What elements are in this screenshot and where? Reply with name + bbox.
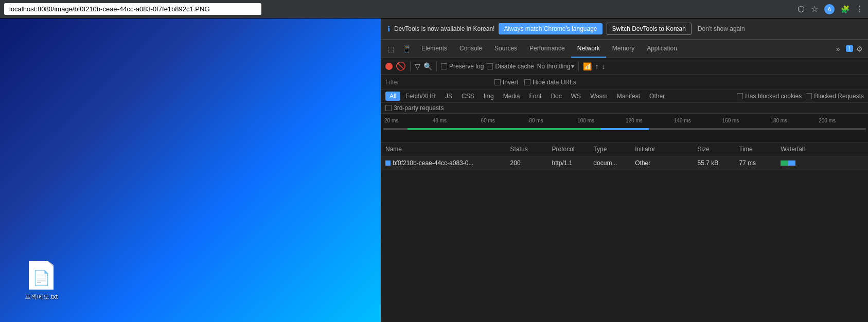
type-img[interactable]: Img [480, 92, 498, 101]
waterfall-blue-bar [788, 160, 795, 166]
timeline-ruler: 20 ms 40 ms 60 ms 80 ms 100 ms 120 ms 14… [383, 114, 866, 125]
blocked-requests-checkbox[interactable]: Blocked Requests [806, 93, 864, 100]
separator3 [578, 61, 579, 71]
more-icon[interactable]: ⋮ [856, 4, 864, 14]
type-js[interactable]: JS [441, 92, 456, 101]
td-protocol: http/1.1 [552, 159, 593, 167]
hide-data-urls-checkbox[interactable]: Hide data URLs [524, 79, 576, 86]
tab-performance[interactable]: Performance [523, 40, 571, 58]
tl-80ms: 80 ms [528, 118, 576, 123]
filter-bar: Invert Hide data URLs [381, 75, 868, 90]
share-icon[interactable]: ⬡ [798, 4, 805, 14]
waterfall-green-bar [781, 160, 788, 166]
address-bar[interactable]: localhost:8080/image/bf0f210b-ceae-44cc-… [4, 3, 261, 15]
upload-icon[interactable]: ↑ [595, 62, 598, 70]
settings-icon[interactable]: ⚙ [853, 45, 866, 53]
tl-100ms: 100 ms [576, 118, 625, 123]
switch-devtools-button[interactable]: Switch DevTools to Korean [607, 23, 692, 35]
extensions-icon[interactable]: 🧩 [841, 5, 849, 13]
separator2 [436, 61, 437, 71]
th-waterfall: Waterfall [781, 146, 864, 153]
timeline-green-bar [408, 128, 600, 130]
td-size: 55.7 kB [698, 159, 739, 167]
type-other[interactable]: Other [645, 92, 669, 101]
type-media[interactable]: Media [499, 92, 524, 101]
preserve-log-checkbox[interactable]: Preserve log [441, 63, 484, 70]
th-initiator: Initiator [635, 146, 697, 153]
timeline-bar-area [383, 127, 866, 131]
th-status: Status [510, 146, 552, 153]
td-time: 77 ms [739, 159, 781, 167]
type-font[interactable]: Font [525, 92, 545, 101]
devtools-panel: ℹ DevTools is now available in Korean! A… [381, 19, 868, 322]
type-filters: All Fetch/XHR JS CSS Img Media Font Doc … [381, 90, 868, 103]
timeline: 20 ms 40 ms 60 ms 80 ms 100 ms 120 ms 14… [381, 114, 868, 142]
browser-icons: ⬡ ☆ A 🧩 ⋮ [798, 4, 864, 14]
filter-input[interactable] [385, 79, 488, 86]
type-css[interactable]: CSS [457, 92, 479, 101]
desktop-icon[interactable]: 📄 프젝메모.txt [21, 261, 62, 301]
browser-chrome: localhost:8080/image/bf0f210b-ceae-44cc-… [0, 0, 868, 19]
main-area: 📄 프젝메모.txt ℹ DevTools is now available i… [0, 19, 868, 322]
tab-memory[interactable]: Memory [606, 40, 641, 58]
disable-cache-checkbox[interactable]: Disable cache [487, 63, 534, 70]
profile-icon[interactable]: A [824, 4, 835, 14]
badge-count: 1 [846, 45, 853, 52]
th-type: Type [593, 146, 635, 153]
match-language-button[interactable]: Always match Chrome's language [499, 23, 602, 34]
timeline-blue-bar [600, 128, 649, 130]
inspect-icon[interactable]: ⬚ [383, 45, 398, 53]
preserve-log-check[interactable] [441, 63, 447, 69]
more-tabs-icon[interactable]: » [832, 45, 844, 53]
devtools-tabs: ⬚ 📱 Elements Console Sources Performance… [381, 40, 868, 58]
tab-sources[interactable]: Sources [488, 40, 523, 58]
clear-button[interactable]: 🚫 [396, 61, 406, 71]
icon-label: 프젝메모.txt [25, 293, 58, 301]
filter-icon[interactable]: ▽ [415, 62, 420, 70]
tab-network[interactable]: Network [571, 40, 606, 58]
third-party-checkbox[interactable] [385, 105, 392, 111]
th-name: Name [385, 146, 510, 153]
third-party-row: 3rd-party requests [381, 103, 868, 114]
desktop-area: 📄 프젝메모.txt [0, 19, 381, 322]
bookmark-icon[interactable]: ☆ [811, 4, 818, 14]
type-wasm[interactable]: Wasm [586, 92, 612, 101]
device-icon[interactable]: 📱 [398, 45, 415, 53]
dismiss-notification[interactable]: Don't show again [698, 25, 745, 32]
type-filter-right: Has blocked cookies Blocked Requests [737, 93, 864, 100]
type-ws[interactable]: WS [567, 92, 585, 101]
table-header: Name Status Protocol Type Initiator Size… [381, 142, 868, 156]
has-blocked-cookies-checkbox[interactable]: Has blocked cookies [737, 93, 802, 100]
type-doc[interactable]: Doc [546, 92, 565, 101]
type-fetch-xhr[interactable]: Fetch/XHR [401, 92, 440, 101]
th-protocol: Protocol [552, 146, 593, 153]
wifi-icon[interactable]: 📶 [583, 62, 592, 70]
info-icon: ℹ [387, 25, 390, 33]
type-all[interactable]: All [385, 92, 400, 101]
empty-rows [381, 170, 868, 322]
throttle-select[interactable]: No throttling ▾ [537, 63, 575, 70]
separator [410, 61, 411, 71]
tab-elements[interactable]: Elements [415, 40, 453, 58]
download-icon[interactable]: ↓ [601, 62, 605, 70]
waterfall-bars [781, 160, 795, 166]
th-size: Size [698, 146, 739, 153]
tab-application[interactable]: Application [641, 40, 683, 58]
timeline-labels: 20 ms 40 ms 60 ms 80 ms 100 ms 120 ms 14… [383, 118, 866, 123]
td-status: 200 [510, 159, 552, 167]
td-name-text: bf0f210b-ceae-44cc-a083-0... [393, 159, 473, 167]
network-toolbar: 🚫 ▽ 🔍 Preserve log Disable cache No thro… [381, 58, 868, 75]
tl-120ms: 120 ms [625, 118, 673, 123]
th-time: Time [739, 146, 781, 153]
record-button[interactable] [385, 63, 393, 70]
tab-console[interactable]: Console [453, 40, 488, 58]
disable-cache-check[interactable] [487, 63, 493, 69]
table-row[interactable]: bf0f210b-ceae-44cc-a083-0... 200 http/1.… [381, 156, 868, 170]
type-manifest[interactable]: Manifest [613, 92, 644, 101]
td-name: bf0f210b-ceae-44cc-a083-0... [385, 159, 510, 167]
third-party-label: 3rd-party requests [394, 104, 444, 112]
search-icon[interactable]: 🔍 [423, 62, 432, 70]
invert-checkbox[interactable]: Invert [494, 79, 518, 86]
tl-60ms: 60 ms [480, 118, 528, 123]
tl-20ms: 20 ms [383, 118, 432, 123]
